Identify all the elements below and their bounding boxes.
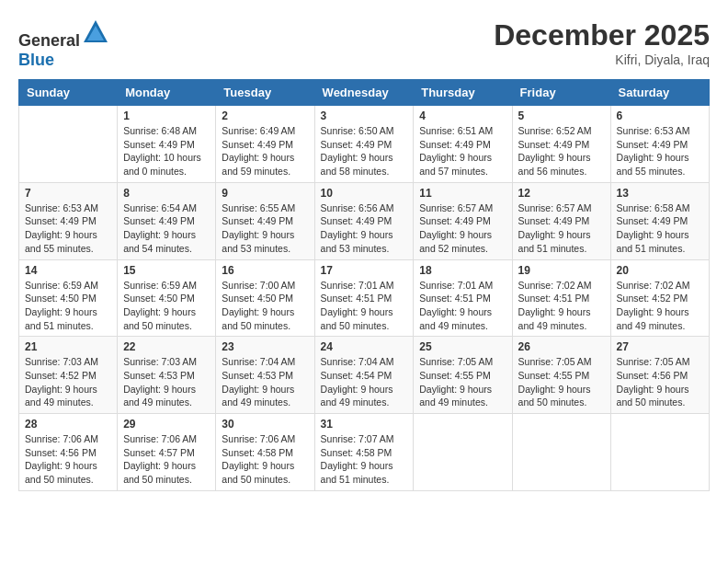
day-cell: 5Sunrise: 6:52 AMSunset: 4:49 PMDaylight… <box>512 106 610 183</box>
day-cell <box>610 414 709 491</box>
day-cell: 17Sunrise: 7:01 AMSunset: 4:51 PMDayligh… <box>314 259 414 337</box>
day-cell: 23Sunrise: 7:04 AMSunset: 4:53 PMDayligh… <box>216 337 314 414</box>
day-cell: 6Sunrise: 6:53 AMSunset: 4:49 PMDaylight… <box>610 106 709 183</box>
day-cell: 27Sunrise: 7:05 AMSunset: 4:56 PMDayligh… <box>610 337 709 414</box>
day-cell <box>19 106 118 183</box>
day-cell: 7Sunrise: 6:53 AMSunset: 4:49 PMDaylight… <box>19 182 118 259</box>
day-info: Sunrise: 6:58 AMSunset: 4:49 PMDaylight:… <box>617 201 703 256</box>
day-number: 18 <box>419 264 506 277</box>
day-info: Sunrise: 6:57 AMSunset: 4:49 PMDaylight:… <box>419 201 506 256</box>
day-info: Sunrise: 7:00 AMSunset: 4:50 PMDaylight:… <box>222 279 308 333</box>
day-number: 22 <box>123 340 210 353</box>
day-info: Sunrise: 7:06 AMSunset: 4:57 PMDaylight:… <box>123 432 210 487</box>
day-number: 26 <box>518 340 605 353</box>
day-cell: 15Sunrise: 6:59 AMSunset: 4:50 PMDayligh… <box>118 259 216 337</box>
col-friday: Friday <box>512 80 610 106</box>
logo-blue: Blue <box>18 51 54 69</box>
day-info: Sunrise: 7:04 AMSunset: 4:54 PMDaylight:… <box>321 355 408 409</box>
day-number: 10 <box>321 187 408 200</box>
day-cell <box>512 414 610 491</box>
week-row-3: 14Sunrise: 6:59 AMSunset: 4:50 PMDayligh… <box>19 259 710 337</box>
day-info: Sunrise: 6:57 AMSunset: 4:49 PMDaylight:… <box>518 201 605 256</box>
day-info: Sunrise: 7:01 AMSunset: 4:51 PMDaylight:… <box>419 279 506 333</box>
title-section: December 2025 Kifri, Diyala, Iraq <box>494 18 710 67</box>
day-info: Sunrise: 7:05 AMSunset: 4:56 PMDaylight:… <box>617 355 703 409</box>
day-number: 17 <box>321 264 408 277</box>
day-info: Sunrise: 6:59 AMSunset: 4:50 PMDaylight:… <box>123 279 210 333</box>
col-thursday: Thursday <box>414 80 512 106</box>
day-number: 25 <box>419 340 506 353</box>
day-info: Sunrise: 6:52 AMSunset: 4:49 PMDaylight:… <box>518 124 605 178</box>
page-header: General Blue December 2025 Kifri, Diyala… <box>18 18 710 70</box>
day-info: Sunrise: 7:03 AMSunset: 4:53 PMDaylight:… <box>123 355 210 409</box>
day-info: Sunrise: 7:06 AMSunset: 4:56 PMDaylight:… <box>25 432 111 487</box>
day-number: 28 <box>25 418 111 431</box>
day-info: Sunrise: 6:50 AMSunset: 4:49 PMDaylight:… <box>321 124 408 178</box>
location: Kifri, Diyala, Iraq <box>494 52 710 67</box>
week-row-5: 28Sunrise: 7:06 AMSunset: 4:56 PMDayligh… <box>19 414 710 491</box>
day-number: 7 <box>25 187 111 200</box>
day-number: 3 <box>321 109 408 122</box>
day-info: Sunrise: 6:48 AMSunset: 4:49 PMDaylight:… <box>123 124 210 178</box>
day-info: Sunrise: 6:55 AMSunset: 4:49 PMDaylight:… <box>222 201 308 256</box>
day-info: Sunrise: 7:07 AMSunset: 4:58 PMDaylight:… <box>321 432 408 487</box>
day-number: 14 <box>25 264 111 277</box>
day-number: 19 <box>518 264 605 277</box>
day-cell: 16Sunrise: 7:00 AMSunset: 4:50 PMDayligh… <box>216 259 314 337</box>
day-info: Sunrise: 6:56 AMSunset: 4:49 PMDaylight:… <box>321 201 408 256</box>
calendar-table: Sunday Monday Tuesday Wednesday Thursday… <box>18 79 710 491</box>
week-row-2: 7Sunrise: 6:53 AMSunset: 4:49 PMDaylight… <box>19 182 710 259</box>
day-number: 11 <box>419 187 506 200</box>
logo-general: General <box>18 31 80 50</box>
day-info: Sunrise: 7:05 AMSunset: 4:55 PMDaylight:… <box>419 355 506 409</box>
day-info: Sunrise: 6:53 AMSunset: 4:49 PMDaylight:… <box>617 124 703 178</box>
day-number: 23 <box>222 340 308 353</box>
day-number: 30 <box>222 418 308 431</box>
day-info: Sunrise: 6:51 AMSunset: 4:49 PMDaylight:… <box>419 124 506 178</box>
day-info: Sunrise: 7:02 AMSunset: 4:52 PMDaylight:… <box>617 279 703 333</box>
day-cell: 25Sunrise: 7:05 AMSunset: 4:55 PMDayligh… <box>414 337 512 414</box>
day-number: 24 <box>321 340 408 353</box>
day-number: 29 <box>123 418 210 431</box>
logo-text: General Blue <box>18 18 109 70</box>
day-number: 4 <box>419 109 506 122</box>
day-info: Sunrise: 6:59 AMSunset: 4:50 PMDaylight:… <box>25 279 111 333</box>
day-cell: 30Sunrise: 7:06 AMSunset: 4:58 PMDayligh… <box>216 414 314 491</box>
day-info: Sunrise: 6:54 AMSunset: 4:49 PMDaylight:… <box>123 201 210 256</box>
day-number: 2 <box>222 109 308 122</box>
day-cell: 9Sunrise: 6:55 AMSunset: 4:49 PMDaylight… <box>216 182 314 259</box>
col-saturday: Saturday <box>610 80 709 106</box>
col-monday: Monday <box>118 80 216 106</box>
day-info: Sunrise: 7:01 AMSunset: 4:51 PMDaylight:… <box>321 279 408 333</box>
col-sunday: Sunday <box>19 80 118 106</box>
logo: General Blue <box>18 18 109 70</box>
day-number: 9 <box>222 187 308 200</box>
day-cell <box>414 414 512 491</box>
day-cell: 29Sunrise: 7:06 AMSunset: 4:57 PMDayligh… <box>118 414 216 491</box>
day-number: 1 <box>123 109 210 122</box>
header-row: Sunday Monday Tuesday Wednesday Thursday… <box>19 80 710 106</box>
day-cell: 26Sunrise: 7:05 AMSunset: 4:55 PMDayligh… <box>512 337 610 414</box>
day-cell: 20Sunrise: 7:02 AMSunset: 4:52 PMDayligh… <box>610 259 709 337</box>
day-number: 5 <box>518 109 605 122</box>
day-cell: 1Sunrise: 6:48 AMSunset: 4:49 PMDaylight… <box>118 106 216 183</box>
day-number: 27 <box>617 340 703 353</box>
day-info: Sunrise: 7:06 AMSunset: 4:58 PMDaylight:… <box>222 432 308 487</box>
day-number: 8 <box>123 187 210 200</box>
day-cell: 11Sunrise: 6:57 AMSunset: 4:49 PMDayligh… <box>414 182 512 259</box>
day-cell: 4Sunrise: 6:51 AMSunset: 4:49 PMDaylight… <box>414 106 512 183</box>
day-cell: 10Sunrise: 6:56 AMSunset: 4:49 PMDayligh… <box>314 182 414 259</box>
day-cell: 12Sunrise: 6:57 AMSunset: 4:49 PMDayligh… <box>512 182 610 259</box>
day-cell: 22Sunrise: 7:03 AMSunset: 4:53 PMDayligh… <box>118 337 216 414</box>
day-cell: 28Sunrise: 7:06 AMSunset: 4:56 PMDayligh… <box>19 414 118 491</box>
logo-icon <box>82 18 109 46</box>
day-number: 12 <box>518 187 605 200</box>
day-cell: 2Sunrise: 6:49 AMSunset: 4:49 PMDaylight… <box>216 106 314 183</box>
day-cell: 14Sunrise: 6:59 AMSunset: 4:50 PMDayligh… <box>19 259 118 337</box>
day-number: 31 <box>321 418 408 431</box>
col-wednesday: Wednesday <box>314 80 414 106</box>
day-info: Sunrise: 7:02 AMSunset: 4:51 PMDaylight:… <box>518 279 605 333</box>
day-info: Sunrise: 7:04 AMSunset: 4:53 PMDaylight:… <box>222 355 308 409</box>
day-info: Sunrise: 6:53 AMSunset: 4:49 PMDaylight:… <box>25 201 111 256</box>
day-number: 13 <box>617 187 703 200</box>
